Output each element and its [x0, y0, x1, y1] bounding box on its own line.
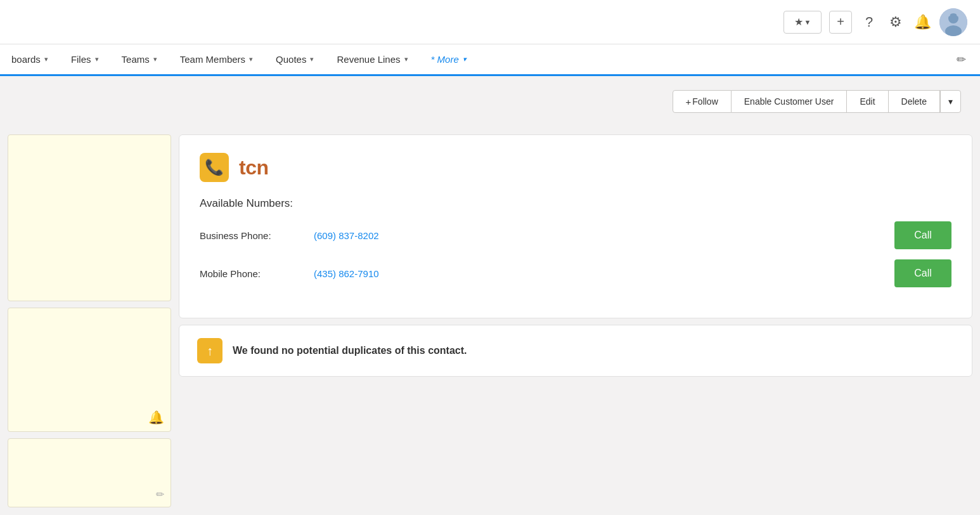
mobile-phone-row: Mobile Phone: (435) 862-7910 Call	[200, 259, 951, 287]
nav-label-revenue-lines: Revenue Lines	[337, 54, 400, 65]
business-phone-call-button[interactable]: Call	[894, 221, 951, 249]
nav-bar: boards ▾ Files ▾ Teams ▾ Team Members ▾ …	[0, 44, 980, 76]
question-icon: ?	[865, 14, 873, 30]
nav-label-teams: Teams	[122, 54, 150, 65]
mobile-phone-label: Mobile Phone:	[200, 268, 301, 279]
settings-button[interactable]: ⚙	[886, 13, 905, 32]
actions-dropdown-button[interactable]: ▾	[940, 90, 961, 113]
chevron-down-icon: ▾	[249, 55, 253, 63]
action-bar: + Follow Enable Customer User Edit Delet…	[0, 76, 980, 127]
edit-button[interactable]: Edit	[847, 90, 888, 113]
tcn-header: 📞 tcn	[200, 153, 951, 182]
chevron-down-icon: ▾	[404, 55, 408, 63]
nav-item-files[interactable]: Files ▾	[60, 44, 110, 74]
tcn-logo-icon: 📞	[200, 153, 229, 182]
nav-edit-button[interactable]: ✏	[950, 53, 972, 67]
duplicates-card: ↑ We found no potential duplicates of th…	[179, 325, 972, 377]
available-numbers-label: Available Numbers:	[200, 197, 951, 210]
sidebar-card-edit: ✏	[8, 438, 171, 507]
upload-icon: ↑	[207, 344, 213, 358]
enable-customer-user-button[interactable]: Enable Customer User	[732, 90, 848, 113]
nav-label-files: Files	[71, 54, 91, 65]
notifications-button[interactable]: 🔔	[913, 13, 932, 32]
chevron-down-icon: ▼	[804, 18, 811, 26]
gear-icon: ⚙	[889, 14, 902, 30]
phone-icon: 📞	[205, 159, 224, 176]
nav-label-more: * More	[431, 54, 459, 65]
chevron-down-icon: ▾	[95, 55, 99, 63]
chevron-down-icon: ▾	[310, 55, 314, 63]
mobile-phone-number[interactable]: (435) 862-7910	[314, 268, 882, 279]
favorites-button[interactable]: ★ ▼	[783, 11, 822, 34]
follow-label: Follow	[692, 96, 718, 107]
nav-item-boards[interactable]: boards ▾	[0, 44, 60, 74]
nav-label-quotes: Quotes	[276, 54, 306, 65]
help-button[interactable]: ?	[860, 13, 879, 32]
duplicates-text: We found no potential duplicates of this…	[233, 345, 467, 356]
tcn-title: tcn	[239, 156, 269, 179]
nav-label-boards: boards	[11, 54, 41, 65]
plus-icon: +	[837, 15, 844, 29]
tcn-card: 📞 tcn Available Numbers: Business Phone:…	[179, 134, 972, 318]
top-bar: ★ ▼ + ? ⚙ 🔔	[0, 0, 980, 44]
nav-item-quotes[interactable]: Quotes ▾	[264, 44, 325, 74]
sidebar-bell-icon: 🔔	[148, 410, 164, 425]
nav-item-team-members[interactable]: Team Members ▾	[169, 44, 264, 74]
svg-point-3	[946, 13, 950, 16]
nav-label-team-members: Team Members	[180, 54, 245, 65]
star-icon: ★	[794, 16, 803, 28]
dropdown-icon: ▾	[948, 96, 953, 107]
follow-button[interactable]: + Follow	[673, 90, 732, 113]
business-phone-label: Business Phone:	[200, 230, 301, 241]
enable-customer-label: Enable Customer User	[744, 96, 834, 107]
chevron-down-icon: ▾	[44, 55, 48, 63]
top-bar-icons: ★ ▼ + ? ⚙ 🔔	[783, 8, 967, 36]
left-sidebar: 🔔 ✏	[0, 134, 171, 507]
user-avatar[interactable]	[939, 8, 967, 36]
business-phone-number[interactable]: (609) 837-8202	[314, 230, 882, 241]
mobile-phone-call-button[interactable]: Call	[894, 259, 951, 287]
edit-label: Edit	[860, 96, 875, 107]
right-area: 📞 tcn Available Numbers: Business Phone:…	[179, 134, 972, 507]
delete-button[interactable]: Delete	[889, 90, 940, 113]
nav-item-more[interactable]: * More ▾	[420, 44, 478, 74]
bell-icon: 🔔	[914, 14, 931, 30]
chevron-down-icon: ▾	[153, 55, 157, 63]
chevron-down-icon: ▾	[463, 55, 467, 63]
edit-icon: ✏	[957, 53, 966, 66]
add-button[interactable]: +	[829, 11, 852, 34]
delete-label: Delete	[901, 96, 927, 107]
sidebar-card-top	[8, 134, 171, 301]
nav-item-revenue-lines[interactable]: Revenue Lines ▾	[325, 44, 419, 74]
plus-icon: +	[686, 96, 692, 107]
duplicate-icon: ↑	[197, 338, 222, 363]
edit-pencil-icon: ✏	[156, 488, 164, 500]
sidebar-card-bottom: 🔔	[8, 308, 171, 432]
business-phone-row: Business Phone: (609) 837-8202 Call	[200, 221, 951, 249]
svg-point-4	[957, 13, 960, 16]
main-content: 🔔 ✏ 📞 tcn Available Numbers: Business Ph…	[0, 127, 980, 515]
nav-item-teams[interactable]: Teams ▾	[110, 44, 169, 74]
